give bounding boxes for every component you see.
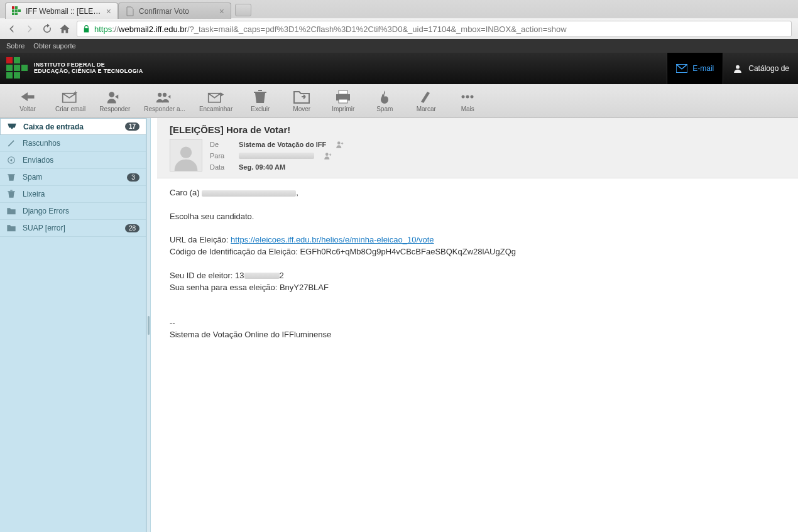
svg-point-20 — [471, 95, 474, 99]
badge: 28 — [125, 224, 139, 232]
back-icon[interactable] — [6, 23, 18, 35]
name-redacted — [202, 190, 296, 197]
reply-all-button[interactable]: Responder a... — [144, 89, 185, 112]
person-icon — [732, 64, 743, 73]
svg-point-24 — [325, 153, 329, 156]
new-tab-button[interactable] — [235, 4, 251, 16]
from-label: De — [210, 141, 230, 148]
svg-point-23 — [337, 141, 341, 144]
app-top-links: Sobre Obter suporte — [0, 39, 798, 53]
fire-icon — [376, 89, 393, 104]
from-value: Sistema de Votação do IFF — [239, 141, 326, 148]
election-url-link[interactable]: https://eleicoes.iff.edu.br/helios/e/min… — [231, 235, 434, 244]
reload-icon[interactable] — [41, 23, 53, 35]
tab-title: IFF Webmail :: [ELE… — [26, 7, 101, 16]
tab-title: Confirmar Voto — [139, 7, 189, 16]
folder-spam[interactable]: Spam 3 — [0, 169, 146, 186]
mail-icon — [676, 64, 687, 73]
folder-sent[interactable]: Enviados — [0, 152, 146, 169]
folder-trash[interactable]: Lixeira — [0, 186, 146, 203]
svg-point-22 — [180, 147, 192, 158]
address-bar-row: https://webmail2.iff.edu.br/?_task=mail&… — [0, 18, 798, 39]
svg-point-8 — [736, 65, 740, 69]
nav-email[interactable]: E-mail — [667, 53, 723, 84]
date-value: Seg. 09:40 AM — [239, 163, 285, 171]
badge: 3 — [127, 173, 139, 182]
home-icon[interactable] — [59, 23, 70, 35]
move-button[interactable]: Mover — [288, 89, 315, 112]
forward-icon — [207, 89, 225, 104]
more-icon — [459, 89, 476, 104]
back-button[interactable]: Voltar — [14, 89, 41, 112]
folder-sidebar: Caixa de entrada 17 Rascunhos Enviados S… — [0, 118, 146, 532]
svg-rect-3 — [15, 9, 18, 12]
about-link[interactable]: Sobre — [6, 42, 25, 50]
header-right-nav: E-mail Catálogo de — [667, 53, 798, 84]
app-header: INSTITUTO FEDERAL DEEDUCAÇÃO, CIÊNCIA E … — [0, 53, 798, 84]
compose-icon: + — [62, 89, 79, 104]
trash-icon — [251, 89, 269, 104]
folder-icon — [6, 224, 16, 232]
to-label: Para — [210, 152, 230, 160]
svg-rect-2 — [12, 9, 14, 12]
browser-chrome: IFF Webmail :: [ELE… × Confirmar Voto × … — [0, 0, 798, 39]
forward-icon — [24, 23, 35, 35]
svg-rect-6 — [18, 9, 21, 12]
reply-button[interactable]: Responder — [99, 89, 130, 112]
svg-rect-1 — [15, 6, 18, 9]
add-contact-icon[interactable] — [335, 140, 345, 149]
print-button[interactable]: Imprimir — [329, 89, 357, 112]
folder-inbox[interactable]: Caixa de entrada 17 — [0, 118, 146, 135]
date-label: Data — [210, 163, 230, 171]
delete-button[interactable]: Excluir — [246, 89, 274, 112]
print-icon — [334, 89, 352, 104]
tab-close-icon[interactable]: × — [106, 6, 111, 16]
reply-icon — [106, 89, 124, 104]
svg-rect-16 — [339, 90, 347, 94]
svg-point-11 — [109, 92, 114, 97]
message-body: Caro (a) , Escolha seu candidato. URL da… — [157, 178, 798, 350]
to-value-redacted — [239, 153, 314, 159]
app-logo[interactable]: INSTITUTO FEDERAL DEEDUCAÇÃO, CIÊNCIA E … — [0, 57, 143, 80]
inbox-icon — [7, 122, 17, 131]
trash-icon — [6, 190, 16, 198]
folder-suap-error[interactable]: SUAP [error] 28 — [0, 220, 146, 237]
marker-icon — [417, 89, 435, 104]
spam-icon — [6, 173, 16, 182]
svg-rect-17 — [339, 99, 347, 103]
voter-id-redacted — [244, 273, 280, 279]
forward-button[interactable]: Encaminhar — [199, 89, 232, 112]
mark-button[interactable]: Marcar — [412, 89, 440, 112]
tab-close-icon[interactable]: × — [219, 6, 224, 16]
folder-move-icon — [293, 89, 310, 104]
browser-tabs: IFF Webmail :: [ELE… × Confirmar Voto × — [0, 0, 798, 18]
folder-drafts[interactable]: Rascunhos — [0, 135, 146, 152]
add-contact-icon[interactable] — [323, 151, 333, 160]
svg-point-19 — [466, 95, 469, 99]
compose-button[interactable]: +Criar email — [55, 89, 85, 112]
svg-text:+: + — [74, 89, 77, 96]
spam-button[interactable]: Spam — [371, 89, 398, 112]
support-link[interactable]: Obter suporte — [33, 42, 75, 50]
svg-rect-5 — [15, 13, 18, 15]
url-bar[interactable]: https://webmail2.iff.edu.br/?_task=mail&… — [77, 21, 792, 37]
splitter-handle[interactable] — [146, 118, 151, 532]
folder-icon — [6, 207, 16, 215]
message-pane: [ELEIÇÕES] Hora de Votar! De Sistema de … — [157, 118, 798, 532]
svg-point-12 — [158, 93, 161, 97]
main-area: Caixa de entrada 17 Rascunhos Enviados S… — [0, 118, 798, 532]
favicon-page-icon — [125, 6, 135, 16]
sender-avatar — [170, 139, 202, 171]
message-header: [ELEIÇÕES] Hora de Votar! De Sistema de … — [157, 118, 798, 178]
nav-catalog[interactable]: Catálogo de — [723, 53, 798, 84]
sent-icon — [6, 156, 16, 165]
svg-rect-0 — [12, 6, 14, 9]
logo-text: INSTITUTO FEDERAL DEEDUCAÇÃO, CIÊNCIA E … — [34, 62, 143, 75]
more-button[interactable]: Mais — [454, 89, 481, 112]
url-text: https://webmail2.iff.edu.br/?_task=mail&… — [94, 24, 567, 34]
folder-django-errors[interactable]: Django Errors — [0, 203, 146, 220]
browser-tab-active[interactable]: IFF Webmail :: [ELE… × — [5, 3, 118, 19]
mail-toolbar: Voltar +Criar email Responder Responder … — [0, 84, 798, 118]
svg-point-13 — [163, 93, 167, 97]
browser-tab[interactable]: Confirmar Voto × — [118, 3, 231, 19]
